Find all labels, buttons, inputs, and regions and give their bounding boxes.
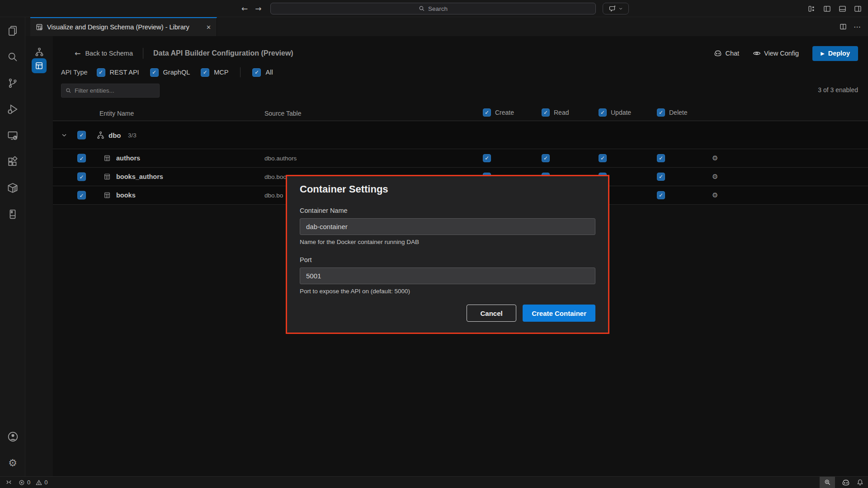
account-icon[interactable] (0, 427, 25, 446)
chat-label: Chat (725, 50, 739, 57)
table-icon (104, 173, 111, 180)
rest-api-checkbox[interactable]: ✓ (97, 68, 105, 77)
filter-entities-input[interactable] (75, 87, 147, 94)
extensions-icon[interactable] (0, 153, 25, 171)
error-icon (19, 479, 25, 486)
schema-group-name: dbo (108, 131, 121, 139)
entity-name: authors (116, 155, 140, 162)
row-settings-button[interactable]: ⚙ (712, 191, 718, 199)
collapse-chevron-icon[interactable] (61, 132, 67, 138)
global-search-input[interactable]: Search (270, 3, 596, 14)
status-bar: 0 0 (0, 476, 868, 488)
copilot-status-icon[interactable] (842, 479, 850, 487)
tab-close-icon[interactable]: ✕ (206, 24, 211, 31)
schema-group-checkbox[interactable]: ✓ (77, 131, 86, 139)
create-checkbox[interactable]: ✓ (483, 154, 491, 162)
remote-indicator[interactable] (5, 479, 12, 486)
chat-sparkle-icon (609, 5, 616, 12)
database-projects-icon[interactable] (0, 205, 25, 223)
filter-mcp: ✓ MCP (201, 68, 228, 77)
col-create: Create (495, 109, 514, 116)
row-settings-button[interactable]: ⚙ (712, 173, 718, 181)
table-icon (104, 155, 111, 162)
search-placeholder: Search (428, 5, 448, 12)
settings-gear-icon[interactable]: ⚙ (0, 454, 25, 472)
filter-all: ✓ All (252, 68, 273, 77)
extension-view-switcher (25, 36, 53, 476)
row-settings-button[interactable]: ⚙ (712, 154, 718, 162)
source-table: dbo.authors (264, 155, 297, 162)
toggle-panel-icon[interactable] (839, 5, 846, 13)
warning-icon (36, 479, 42, 486)
error-count: 0 (27, 479, 30, 486)
nav-back-icon[interactable]: ← (241, 4, 248, 13)
eye-icon (753, 49, 761, 57)
schema-visualizer-view-icon[interactable] (32, 44, 47, 59)
schema-group-count: 3/3 (128, 131, 137, 138)
filter-search-icon (66, 88, 71, 94)
delete-checkbox[interactable]: ✓ (657, 154, 665, 162)
port-label: Port (300, 256, 595, 263)
split-editor-icon[interactable] (840, 23, 847, 30)
chat-button[interactable]: Chat (714, 49, 739, 57)
col-source-table: Source Table (264, 110, 301, 117)
delete-checkbox[interactable]: ✓ (657, 173, 665, 181)
col-update: Update (611, 109, 631, 116)
create-all-checkbox[interactable]: ✓ (483, 108, 491, 117)
all-checkbox[interactable]: ✓ (252, 68, 261, 77)
row-checkbox[interactable]: ✓ (77, 173, 86, 181)
explorer-icon[interactable] (0, 22, 25, 40)
mcp-checkbox[interactable]: ✓ (201, 68, 209, 77)
container-name-label: Container Name (300, 207, 595, 214)
more-actions-icon[interactable]: ⋯ (854, 23, 861, 31)
row-checkbox[interactable]: ✓ (77, 191, 86, 200)
schema-icon (96, 131, 105, 139)
run-debug-icon[interactable] (0, 100, 25, 118)
copilot-chat-button[interactable] (603, 3, 629, 14)
play-icon: ▶ (821, 51, 824, 56)
nav-forward-icon[interactable]: → (255, 4, 261, 13)
update-all-checkbox[interactable]: ✓ (599, 108, 607, 117)
problems-indicator[interactable]: 0 0 (19, 479, 47, 486)
editor-tab-bar: Visualize and Design Schema (Preview) - … (25, 17, 868, 36)
tab-visualize-schema[interactable]: Visualize and Design Schema (Preview) - … (30, 17, 217, 36)
back-to-schema-link[interactable]: ← Back to Schema (75, 49, 133, 58)
graphql-checkbox[interactable]: ✓ (150, 68, 159, 77)
toggle-primary-sidebar-icon[interactable] (823, 5, 831, 13)
deploy-label: Deploy (828, 50, 850, 57)
entities-table-header: Entity Name Source Table ✓ Create ✓ Read… (53, 108, 868, 121)
table-designer-view-icon[interactable] (32, 58, 47, 73)
deploy-button[interactable]: ▶ Deploy (812, 46, 858, 61)
entity-row-authors: ✓ authors dbo.authors ✓ ✓ ✓ ✓ ⚙ (53, 149, 868, 168)
remote-explorer-icon[interactable] (0, 127, 25, 145)
container-tools-icon[interactable] (0, 179, 25, 197)
read-all-checkbox[interactable]: ✓ (542, 108, 550, 117)
read-checkbox[interactable]: ✓ (542, 154, 550, 162)
source-table: dbo.bo (264, 192, 283, 199)
container-settings-dialog: Container Settings Container Name Name f… (286, 175, 609, 334)
delete-all-checkbox[interactable]: ✓ (657, 108, 665, 117)
cancel-button[interactable]: Cancel (467, 305, 516, 322)
schema-designer-icon (36, 23, 43, 31)
port-input[interactable] (300, 267, 595, 284)
port-help: Port to expose the API on (default: 5000… (300, 288, 595, 295)
toggle-secondary-sidebar-icon[interactable] (854, 5, 862, 13)
zoom-status-button[interactable] (820, 477, 835, 488)
customize-layout-icon[interactable] (808, 5, 816, 13)
search-icon (419, 5, 425, 12)
create-container-button[interactable]: Create Container (523, 305, 595, 322)
back-to-schema-label: Back to Schema (85, 50, 133, 57)
search-view-icon[interactable] (0, 48, 25, 66)
notifications-bell-icon[interactable] (857, 479, 863, 486)
delete-checkbox[interactable]: ✓ (657, 191, 665, 199)
dialog-title: Container Settings (300, 183, 595, 195)
page-title: Data API Builder Configuration (Preview) (153, 49, 293, 57)
row-checkbox[interactable]: ✓ (77, 154, 86, 163)
header-divider (143, 48, 143, 59)
update-checkbox[interactable]: ✓ (599, 154, 607, 162)
col-delete: Delete (669, 109, 687, 116)
container-name-input[interactable] (300, 218, 595, 235)
view-config-button[interactable]: View Config (753, 49, 799, 57)
view-config-label: View Config (764, 50, 799, 57)
source-control-icon[interactable] (0, 74, 25, 92)
